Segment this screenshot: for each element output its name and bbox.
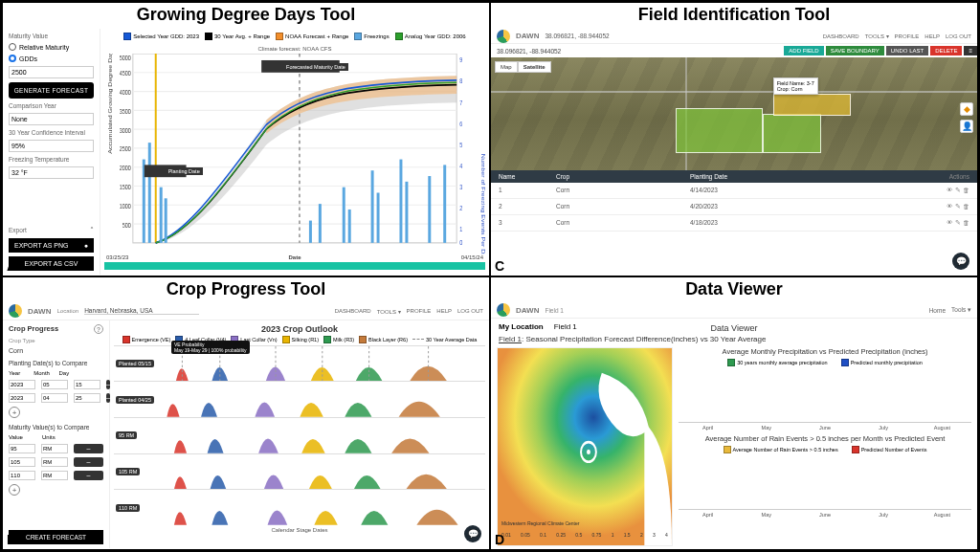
gdd-legend: Selected Year GDD: 2023 30 Year Avg. + R…	[104, 33, 485, 54]
units-input[interactable]	[41, 457, 68, 467]
generate-forecast-button[interactable]: GENERATE FORECAST	[9, 82, 94, 99]
day-input[interactable]	[74, 393, 100, 403]
export-png-button[interactable]: EXPORT AS PNG●	[9, 238, 94, 253]
value-input[interactable]	[9, 444, 35, 453]
field-polygon-3[interactable]	[773, 94, 851, 117]
svg-rect-13	[148, 143, 151, 243]
legend-analog[interactable]: Analog Year GDD: 2006	[395, 33, 466, 40]
nav-help[interactable]: HELP	[924, 33, 940, 39]
field-selector[interactable]: Field 1	[545, 307, 564, 314]
svg-rect-21	[377, 192, 380, 242]
month-input[interactable]	[41, 393, 68, 403]
nav-dashboard[interactable]: DASHBOARD	[823, 33, 859, 39]
svg-rect-16	[309, 221, 312, 243]
freezing-temp-input[interactable]	[9, 166, 94, 179]
gdds-input[interactable]	[9, 66, 94, 78]
year-input[interactable]	[9, 393, 35, 403]
field-map[interactable]: Map Satellite Field Name: 3-7 Crop: Corn…	[491, 57, 977, 170]
remove-icon[interactable]: –	[74, 457, 103, 467]
nav-help[interactable]: HELP	[436, 308, 452, 314]
field-polygon-1[interactable]	[676, 108, 763, 153]
nav-home[interactable]: Home	[929, 307, 946, 314]
outlook-row: 110 RM	[114, 489, 485, 525]
precip-map[interactable]: Midwestern Regional Climate Center 0.01 …	[497, 347, 673, 547]
row-actions[interactable]: 👁 ✎ 🗑	[912, 219, 969, 227]
menu-button[interactable]: ≡	[964, 46, 977, 55]
nav-dashboard[interactable]: DASHBOARD	[335, 308, 371, 314]
map-mode-satellite[interactable]: Satellite	[518, 61, 551, 73]
field-tooltip: Field Name: 3-7 Crop: Corn	[773, 77, 818, 95]
nav-profile[interactable]: PROFILE	[895, 33, 920, 39]
map-mode-map[interactable]: Map	[495, 61, 518, 73]
nav-coords: 38.096821, -88.944052	[545, 33, 609, 39]
date-range-slider[interactable]	[104, 262, 485, 270]
month-input[interactable]	[41, 380, 68, 389]
gdds-option[interactable]: GDDs	[9, 55, 94, 62]
row-badge: 105 RM	[116, 468, 140, 475]
legend-noaa[interactable]: NOAA Forecast + Range	[276, 33, 348, 40]
legend-selected-year[interactable]: Selected Year GDD: 2023	[123, 33, 199, 40]
nav-logout[interactable]: LOG OUT	[457, 308, 483, 314]
legend-freezings-label: Freezings	[364, 33, 389, 39]
leg-pred-precip[interactable]: Predicted monthly precipitation	[841, 359, 923, 366]
add-planting-button[interactable]: +	[9, 407, 20, 418]
remove-icon[interactable]: –	[74, 471, 103, 480]
dataviewer-nav: DAWN Field 1 Home Tools ▾	[491, 303, 977, 319]
table-row[interactable]: 3 Corn 4/18/2023 👁 ✎ 🗑	[491, 215, 977, 232]
row-badge: 95 RM	[116, 431, 137, 439]
map-person-icon[interactable]: 👤	[960, 120, 973, 133]
help-icon[interactable]: ?	[94, 324, 103, 334]
remove-icon[interactable]: –	[74, 444, 103, 453]
units-input[interactable]	[41, 471, 68, 480]
legend-climate-text: Climate forecast: NOAA CFS	[257, 46, 331, 52]
delete-button[interactable]: DELETE	[930, 46, 962, 55]
save-boundary-button[interactable]: SAVE BOUNDARY	[826, 46, 884, 55]
nav-profile[interactable]: PROFILE	[407, 308, 432, 314]
maturity-values-header: Maturity Value(s) to Compare	[9, 424, 103, 431]
map-layer-icon[interactable]: ◆	[960, 102, 973, 116]
add-field-button[interactable]: ADD FIELD	[784, 46, 823, 55]
day-input[interactable]	[74, 380, 100, 389]
cb-t: 3	[653, 532, 656, 538]
comparison-year-input[interactable]	[9, 113, 94, 125]
create-forecast-button[interactable]: CREATE FORECAST	[9, 530, 103, 544]
nav-tools[interactable]: Tools ▾	[951, 306, 971, 314]
leg-silking[interactable]: Silking (R1)	[282, 336, 319, 343]
units-input[interactable]	[41, 444, 68, 453]
value-input[interactable]	[9, 471, 35, 480]
chat-fab-icon[interactable]: 💬	[464, 525, 481, 542]
export-csv-button[interactable]: EXPORT AS CSV	[9, 256, 94, 271]
crop-type-value[interactable]: Corn	[9, 347, 103, 354]
leg-black[interactable]: Black Layer (R6)	[359, 336, 408, 343]
row-actions[interactable]: 👁 ✎ 🗑	[912, 187, 969, 194]
row-actions[interactable]: 👁 ✎ 🗑	[912, 203, 969, 210]
relative-maturity-option[interactable]: Relative Maturity	[9, 43, 94, 51]
table-row[interactable]: 1 Corn 4/14/2023 👁 ✎ 🗑	[491, 183, 977, 199]
leg-avg-events[interactable]: Average Number of Rain Events > 0.5 inch…	[724, 446, 838, 453]
field-polygon-2[interactable]	[763, 114, 821, 153]
nav-tools[interactable]: TOOLS ▾	[377, 308, 401, 315]
nav-logout[interactable]: LOG OUT	[946, 33, 971, 39]
chat-fab-icon[interactable]: 💬	[952, 253, 969, 270]
nav-tools[interactable]: TOOLS ▾	[865, 33, 889, 39]
comparison-year-label: Comparison Year	[9, 102, 94, 109]
leg-30yr[interactable]: 30 Year Average Data	[412, 336, 477, 343]
add-maturity-button[interactable]: +	[9, 484, 20, 496]
leg-emergence[interactable]: Emergence (VE)	[122, 336, 171, 343]
col-month: Month	[33, 370, 53, 376]
legend-noaa-label: NOAA Forecast + Range	[285, 33, 348, 39]
undo-last-button[interactable]: UNDO LAST	[886, 46, 928, 55]
leg-pred-events[interactable]: Predicted Number of Events	[852, 446, 927, 453]
radio-icon	[9, 43, 16, 51]
legend-freezings[interactable]: Freezings	[354, 33, 389, 40]
year-input[interactable]	[9, 380, 35, 389]
leg-milk[interactable]: Milk (R3)	[323, 336, 354, 343]
location-input[interactable]	[84, 307, 199, 315]
confidence-interval-input[interactable]	[9, 140, 94, 152]
leg-avg-precip[interactable]: 30 years monthly average precipitation	[727, 359, 827, 366]
chevron-up-icon[interactable]: ˄	[90, 226, 94, 234]
legend-30yr[interactable]: 30 Year Avg. + Range	[205, 33, 270, 40]
table-row[interactable]: 2 Corn 4/20/2023 👁 ✎ 🗑	[491, 199, 977, 215]
panel-c-title: Field Identification Tool	[491, 3, 977, 29]
value-input[interactable]	[9, 457, 35, 467]
